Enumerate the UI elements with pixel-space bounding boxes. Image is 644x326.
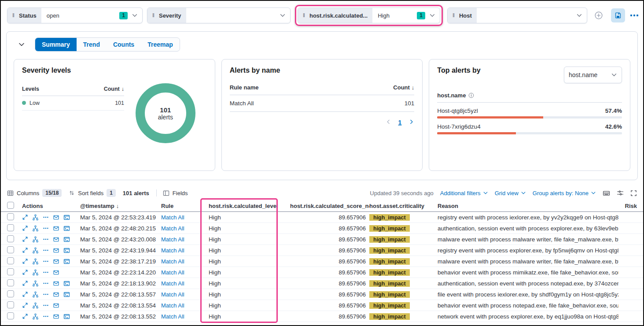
- drag-handle-icon[interactable]: ‖: [152, 12, 155, 19]
- keyboard-shortcuts-button[interactable]: [603, 189, 610, 197]
- more-actions-icon[interactable]: [43, 313, 49, 319]
- count-col[interactable]: Count↓: [393, 84, 414, 91]
- terminal-icon[interactable]: [63, 214, 70, 221]
- expand-alert-icon[interactable]: [22, 225, 28, 231]
- tab-trend[interactable]: Trend: [77, 38, 107, 51]
- more-actions-icon[interactable]: [43, 291, 49, 297]
- timeline-icon[interactable]: [53, 258, 59, 265]
- additional-filters-dropdown[interactable]: Additional filters: [440, 190, 488, 196]
- query-menu-button[interactable]: [630, 15, 638, 16]
- columns-button[interactable]: Columns 15/18: [7, 189, 62, 197]
- next-page-button[interactable]: [408, 119, 414, 126]
- add-filter-button[interactable]: [592, 8, 606, 22]
- display-options-button[interactable]: [617, 189, 624, 196]
- terminal-icon[interactable]: [63, 313, 70, 320]
- more-actions-icon[interactable]: [43, 258, 49, 264]
- top-alerts-field-select[interactable]: host.name: [564, 67, 622, 83]
- expand-alert-icon[interactable]: [22, 302, 28, 308]
- more-actions-icon[interactable]: [43, 302, 49, 308]
- rule-link[interactable]: Match All: [161, 236, 184, 243]
- rule-link[interactable]: Match All: [161, 313, 184, 320]
- rule-link[interactable]: Match All: [161, 280, 184, 287]
- row-checkbox[interactable]: [7, 257, 14, 264]
- timeline-icon[interactable]: [53, 225, 59, 232]
- save-query-button[interactable]: [611, 8, 625, 22]
- terminal-icon[interactable]: [63, 280, 70, 287]
- terminal-icon[interactable]: [63, 225, 70, 232]
- timeline-icon[interactable]: [53, 269, 59, 276]
- expand-alert-icon[interactable]: [22, 291, 28, 297]
- row-checkbox[interactable]: [7, 301, 14, 308]
- header-rule[interactable]: Rule: [161, 203, 209, 209]
- analyzer-icon[interactable]: [32, 236, 39, 243]
- row-checkbox[interactable]: [7, 213, 14, 220]
- drag-handle-icon[interactable]: ‖: [453, 12, 455, 19]
- more-actions-icon[interactable]: [43, 225, 49, 231]
- rule-link[interactable]: Match All: [161, 269, 184, 276]
- timeline-icon[interactable]: [53, 302, 59, 309]
- analyzer-icon[interactable]: [32, 247, 39, 254]
- header-risk-score[interactable]: host.risk.calculated_score_norm: [290, 203, 369, 209]
- timeline-icon[interactable]: [53, 313, 59, 320]
- rule-link[interactable]: Match All: [161, 214, 184, 221]
- rule-link[interactable]: Match All: [161, 302, 184, 309]
- fullscreen-button[interactable]: [630, 190, 637, 196]
- info-icon[interactable]: [468, 93, 474, 98]
- timeline-icon[interactable]: [53, 291, 59, 298]
- severity-col-count[interactable]: Count↓: [104, 86, 124, 92]
- group-alerts-dropdown[interactable]: Group alerts by: None: [533, 190, 596, 196]
- filter-pill[interactable]: ‖ Host: [447, 7, 587, 23]
- more-actions-icon[interactable]: [43, 280, 49, 286]
- header-criticality[interactable]: host.asset.criticality: [369, 203, 438, 209]
- row-checkbox[interactable]: [7, 268, 14, 275]
- filter-pill[interactable]: ‖ Status open 1: [7, 7, 143, 23]
- rule-link[interactable]: Match All: [161, 291, 184, 298]
- rule-link[interactable]: Match All: [161, 247, 184, 254]
- page-1-button[interactable]: 1: [398, 119, 402, 126]
- expand-alert-icon[interactable]: [22, 313, 28, 319]
- drag-handle-icon[interactable]: ‖: [303, 12, 305, 19]
- row-checkbox[interactable]: [7, 246, 14, 253]
- rule-link[interactable]: Match All: [161, 258, 184, 265]
- analyzer-icon[interactable]: [32, 269, 39, 276]
- terminal-icon[interactable]: [63, 236, 70, 243]
- header-risk-level[interactable]: host.risk.calculated_level: [209, 203, 290, 209]
- expand-alert-icon[interactable]: [22, 214, 28, 220]
- analyzer-icon[interactable]: [32, 225, 39, 232]
- tab-summary[interactable]: Summary: [35, 38, 77, 51]
- row-checkbox[interactable]: [7, 224, 14, 231]
- more-actions-icon[interactable]: [43, 214, 49, 220]
- expand-alert-icon[interactable]: [22, 280, 28, 286]
- terminal-icon[interactable]: [63, 258, 70, 265]
- analyzer-icon[interactable]: [32, 313, 39, 320]
- timeline-icon[interactable]: [53, 280, 59, 287]
- expand-alert-icon[interactable]: [22, 258, 28, 264]
- analyzer-icon[interactable]: [32, 302, 39, 309]
- rule-link[interactable]: Match All: [161, 225, 184, 232]
- header-risk[interactable]: Risk: [618, 203, 637, 209]
- prev-page-button[interactable]: [386, 119, 391, 126]
- timeline-icon[interactable]: [53, 247, 59, 254]
- timeline-icon[interactable]: [53, 214, 59, 221]
- expand-alert-icon[interactable]: [22, 247, 28, 253]
- expand-alert-icon[interactable]: [22, 236, 28, 242]
- header-reason[interactable]: Reason: [438, 203, 618, 209]
- more-actions-icon[interactable]: [43, 269, 49, 275]
- tab-treemap[interactable]: Treemap: [141, 38, 180, 51]
- row-checkbox[interactable]: [7, 279, 14, 286]
- analyzer-icon[interactable]: [32, 258, 39, 265]
- analyzer-icon[interactable]: [32, 280, 39, 287]
- timeline-icon[interactable]: [53, 236, 59, 243]
- filter-pill[interactable]: ‖ Severity: [147, 7, 291, 23]
- filter-pill[interactable]: ‖ host.risk.calculated... High 1: [298, 7, 440, 23]
- analyzer-icon[interactable]: [32, 291, 39, 298]
- terminal-icon[interactable]: [63, 247, 70, 254]
- row-checkbox[interactable]: [7, 290, 14, 297]
- terminal-icon[interactable]: [63, 291, 70, 298]
- select-all-checkbox[interactable]: [7, 202, 14, 209]
- grid-view-dropdown[interactable]: Grid view: [495, 190, 526, 196]
- fields-button[interactable]: Fields: [163, 190, 188, 196]
- sort-fields-button[interactable]: Sort fields 1: [69, 189, 116, 197]
- row-checkbox[interactable]: [7, 312, 14, 319]
- more-actions-icon[interactable]: [43, 236, 49, 242]
